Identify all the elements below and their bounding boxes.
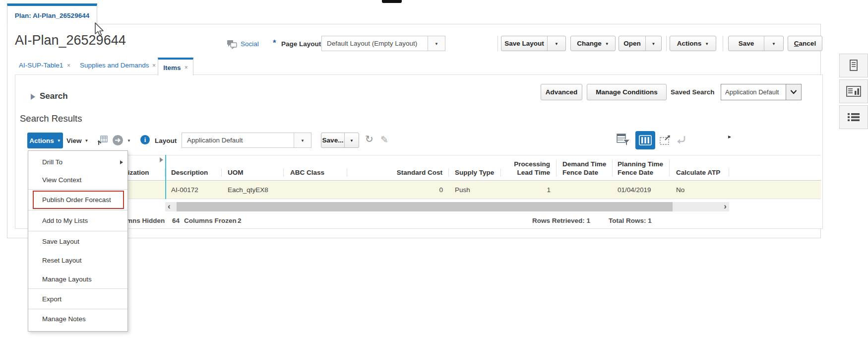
required-star: * <box>273 38 276 48</box>
column-header-supply-type[interactable]: Supply Type <box>449 168 501 177</box>
save-menu-button[interactable]: ▼ <box>764 36 783 51</box>
open-label[interactable]: Open <box>619 36 645 51</box>
save-layout-menu-button[interactable]: ▼ <box>547 36 565 51</box>
list-icon <box>847 112 860 122</box>
caret-down-icon: ▼ <box>705 42 709 46</box>
side-panel-list-button[interactable] <box>839 105 868 129</box>
menu-item-manage-notes[interactable]: Manage Notes <box>28 309 127 328</box>
refresh-icon[interactable]: ↻ <box>365 133 373 145</box>
layout-combobox[interactable]: Application Default ▼ <box>182 133 311 148</box>
menu-item-add-to-my-lists[interactable]: Add to My Lists <box>28 210 127 231</box>
table-chart-icon <box>846 86 861 97</box>
close-icon[interactable]: × <box>152 62 156 69</box>
column-header-abc-class[interactable]: ABC Class <box>284 168 347 177</box>
manage-conditions-button[interactable]: Manage Conditions <box>587 84 667 100</box>
open-menu-button[interactable]: ▼ <box>645 36 661 51</box>
save-button[interactable]: Save ▼ <box>728 36 784 51</box>
caret-down-icon: ▼ <box>350 139 354 143</box>
scroll-left-icon[interactable]: ‹ <box>168 202 171 211</box>
horizontal-scrollbar[interactable]: ‹ › <box>165 202 729 211</box>
menu-item-drill-to[interactable]: Drill To <box>28 153 127 171</box>
search-expander-icon[interactable] <box>31 94 35 100</box>
panel-splitter-icon[interactable]: ▸ <box>728 133 731 140</box>
top-notch <box>382 0 402 3</box>
cancel-button[interactable]: Cancel <box>788 36 822 51</box>
tab-items-active[interactable]: Items × <box>158 58 193 75</box>
wrap-return-icon[interactable] <box>676 135 687 145</box>
caret-down-icon: ▼ <box>57 139 61 143</box>
caret-down-icon[interactable]: ▼ <box>127 139 131 143</box>
save-dots-button[interactable]: Save... ▼ <box>321 133 359 148</box>
detach-icon[interactable] <box>659 134 672 146</box>
column-header-calculate-atp[interactable]: Calculate ATP <box>670 168 729 177</box>
column-header-uom[interactable]: UOM <box>222 168 284 177</box>
manage-conditions-label: Manage Conditions <box>596 88 658 96</box>
save-dots-menu-button[interactable]: ▼ <box>344 133 359 147</box>
menu-item-label: Reset Layout <box>42 257 82 264</box>
caret-down-icon: ▼ <box>555 42 558 46</box>
menu-item-label: Manage Notes <box>42 315 86 323</box>
caret-down-icon: ▼ <box>605 42 609 46</box>
cancel-label: Cancel <box>794 40 816 47</box>
advanced-label: Advanced <box>546 88 578 96</box>
table-row[interactable]: AI-00172 Each_qtyEX8 0 Push 1 01/04/2019… <box>99 181 821 199</box>
cell-supply-type[interactable]: Push <box>449 186 501 194</box>
save-layout-button[interactable]: Save Layout ▼ <box>501 36 566 51</box>
page-layout-dropdown-button[interactable]: ▼ <box>428 36 445 51</box>
cell-planning-time-fence-date[interactable]: 01/04/2019 <box>613 186 670 194</box>
advanced-button[interactable]: Advanced <box>541 84 582 100</box>
query-by-example-icon[interactable] <box>617 133 630 147</box>
cell-calculate-atp[interactable]: No <box>670 186 729 194</box>
plan-tab[interactable]: Plan: AI-Plan_26529644 <box>7 3 97 25</box>
menu-item-export[interactable]: Export <box>28 289 127 309</box>
page-title: AI-Plan_26529644 <box>15 33 126 48</box>
change-button[interactable]: Change ▼ <box>570 36 616 51</box>
freeze-columns-icon <box>639 135 652 145</box>
scroll-right-icon[interactable]: › <box>724 202 727 211</box>
results-actions-button[interactable]: Actions ▼ <box>27 133 63 148</box>
header-expander-icon[interactable] <box>160 157 163 162</box>
column-header-standard-cost[interactable]: Standard Cost <box>347 168 449 177</box>
info-icon[interactable]: i <box>140 135 150 144</box>
column-header-description[interactable]: Description <box>165 168 222 177</box>
close-icon[interactable]: × <box>185 64 188 71</box>
page-layout-combobox[interactable]: Default Layout (Empty Layout) ▼ <box>321 36 445 51</box>
tab-ai-sup-table1[interactable]: AI-SUP-Table1 <box>19 62 63 69</box>
freeze-columns-active-button[interactable] <box>635 131 655 149</box>
toolbar-divider <box>666 36 667 51</box>
view-menu-button[interactable]: View ▼ <box>66 133 88 148</box>
cell-standard-cost[interactable]: 0 <box>347 186 449 194</box>
side-panel-report-chart-button[interactable] <box>839 79 868 103</box>
caret-down-icon: ▼ <box>772 42 776 46</box>
cell-processing-lead-time[interactable]: 1 <box>501 186 557 194</box>
edit-pencil-icon[interactable]: ✎ <box>380 134 388 145</box>
application-window: Plan: AI-Plan_26529644 AI-Plan_26529644 … <box>0 0 868 347</box>
menu-item-view-context[interactable]: View Context <box>28 171 127 189</box>
column-header-planning-time-fence-date[interactable]: Planning Time Fence Date <box>613 160 670 177</box>
social-link[interactable]: Social <box>241 40 259 48</box>
cell-uom[interactable]: Each_qtyEX8 <box>222 186 284 194</box>
menu-item-publish-order-forecast[interactable]: Publish Order Forecast <box>28 190 127 210</box>
tab-supplies-and-demands[interactable]: Supplies and Demands <box>80 62 149 69</box>
scrollbar-thumb[interactable] <box>177 202 673 211</box>
layout-dropdown-button[interactable]: ▼ <box>294 133 311 147</box>
open-button[interactable]: Open ▼ <box>619 36 662 51</box>
chevron-down-icon <box>790 90 797 94</box>
menu-item-label: View Context <box>42 176 81 184</box>
menu-item-manage-layouts[interactable]: Manage Layouts <box>28 270 127 288</box>
save-dots-label[interactable]: Save... <box>321 133 344 147</box>
column-header-demand-time-fence-date[interactable]: Demand Time Fence Date <box>557 160 613 177</box>
saved-search-select[interactable]: Application Default <box>721 84 802 100</box>
header-actions-button[interactable]: Actions ▼ <box>670 36 716 51</box>
save-layout-label[interactable]: Save Layout <box>501 36 547 51</box>
cell-description[interactable]: AI-00172 <box>165 186 222 194</box>
saved-search-dropdown-button[interactable] <box>786 84 801 100</box>
column-header-processing-lead-time[interactable]: Processing Lead Time <box>501 160 557 177</box>
menu-item-reset-layout[interactable]: Reset Layout <box>28 251 127 270</box>
grid-arrow-icon[interactable] <box>97 135 108 146</box>
submenu-arrow-icon <box>120 160 123 164</box>
side-panel-documents-button[interactable] <box>839 54 868 77</box>
menu-item-save-layout[interactable]: Save Layout <box>28 231 127 251</box>
close-icon[interactable]: × <box>67 62 70 69</box>
save-label[interactable]: Save <box>729 36 764 51</box>
